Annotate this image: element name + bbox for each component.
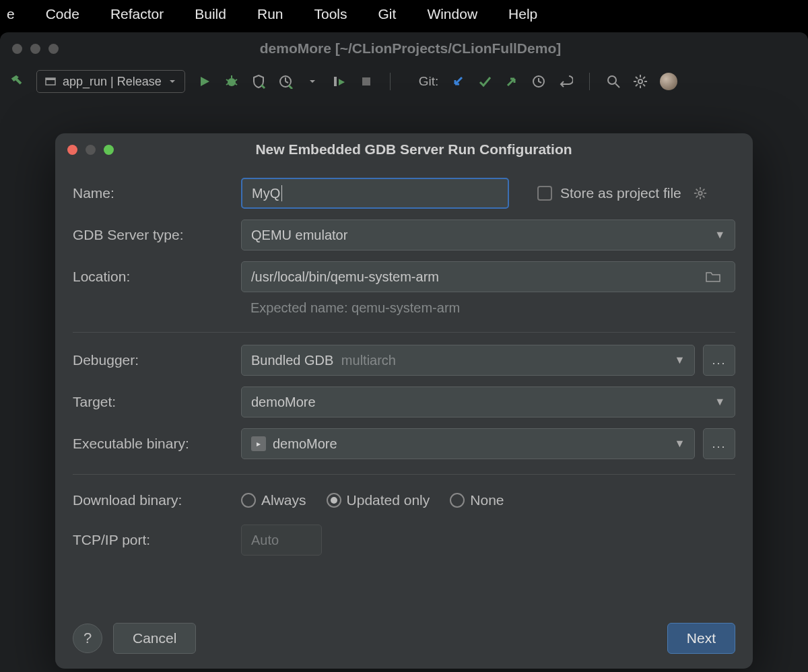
svg-rect-1 xyxy=(46,78,55,80)
executable-binary-label: Executable binary: xyxy=(73,436,241,452)
svg-rect-12 xyxy=(362,77,370,86)
push-icon[interactable] xyxy=(504,74,519,89)
zoom-icon[interactable] xyxy=(48,44,59,54)
gear-icon[interactable] xyxy=(694,187,707,200)
rollback-icon[interactable] xyxy=(558,74,573,89)
gear-icon[interactable] xyxy=(633,74,648,89)
commit-icon[interactable] xyxy=(477,74,492,89)
svg-line-23 xyxy=(636,84,638,86)
gdb-server-type-label: GDB Server type: xyxy=(73,227,241,243)
chevron-down-icon[interactable] xyxy=(305,74,320,89)
avatar[interactable] xyxy=(660,73,677,90)
target-label: Target: xyxy=(73,394,241,410)
radio-none[interactable]: None xyxy=(450,492,504,508)
git-label: Git: xyxy=(419,74,439,89)
svg-line-22 xyxy=(643,84,645,86)
radio-icon xyxy=(450,493,465,508)
menu-item[interactable]: Run xyxy=(257,6,283,22)
svg-line-32 xyxy=(696,196,698,198)
debugger-value: Bundled GDB xyxy=(251,353,333,368)
stop-icon[interactable] xyxy=(359,74,374,89)
gdb-server-type-select[interactable]: QEMU emulator ▼ xyxy=(241,220,735,250)
menu-item[interactable]: Git xyxy=(378,6,397,22)
download-binary-label: Download binary: xyxy=(73,492,241,508)
store-label: Store as project file xyxy=(560,185,681,201)
help-button[interactable]: ? xyxy=(73,624,102,653)
svg-point-2 xyxy=(228,78,236,86)
svg-line-24 xyxy=(643,77,645,79)
dialog-title: New Embedded GDB Server Run Configuratio… xyxy=(114,141,714,158)
menu-item[interactable]: Code xyxy=(46,6,79,22)
minimize-icon xyxy=(86,145,96,155)
update-project-icon[interactable] xyxy=(450,74,465,89)
target-value: demoMore xyxy=(251,395,316,410)
ide-titlebar: demoMore [~/CLionProjects/CLionFullDemo] xyxy=(0,32,808,65)
debugger-more-button[interactable]: ... xyxy=(703,345,735,376)
window-controls xyxy=(12,44,59,54)
minimize-icon[interactable] xyxy=(30,44,40,54)
svg-line-21 xyxy=(636,77,638,79)
build-icon[interactable] xyxy=(9,74,24,89)
menu-item[interactable]: Tools xyxy=(314,6,347,22)
executable-more-button[interactable]: ... xyxy=(703,428,735,459)
dialog-window-controls xyxy=(67,145,114,155)
zoom-icon[interactable] xyxy=(104,145,114,155)
store-as-project-file[interactable]: Store as project file xyxy=(537,185,707,201)
run-config-dialog: New Embedded GDB Server Run Configuratio… xyxy=(55,133,753,669)
radio-label: Updated only xyxy=(347,492,430,508)
debug-icon[interactable] xyxy=(224,74,239,89)
svg-line-31 xyxy=(702,196,704,198)
executable-binary-select[interactable]: ▸ demoMore ▼ xyxy=(241,428,695,459)
radio-updated-only[interactable]: Updated only xyxy=(327,492,430,508)
history-icon[interactable] xyxy=(531,74,546,89)
next-button[interactable]: Next xyxy=(667,623,735,654)
cancel-button[interactable]: Cancel xyxy=(113,623,196,654)
radio-always[interactable]: Always xyxy=(241,492,306,508)
executable-icon: ▸ xyxy=(251,436,266,451)
text-caret xyxy=(281,185,282,201)
location-input[interactable]: /usr/local/bin/qemu-system-arm xyxy=(241,261,735,292)
debugger-label: Debugger: xyxy=(73,352,241,368)
dialog-footer: ? Cancel Next xyxy=(73,623,735,654)
ide-title: demoMore [~/CLionProjects/CLionFullDemo] xyxy=(67,40,754,57)
run-icon[interactable] xyxy=(197,74,212,89)
menu-item[interactable]: Build xyxy=(195,6,226,22)
menu-item[interactable]: e xyxy=(7,6,15,22)
executable-binary-value: demoMore xyxy=(273,436,337,452)
radio-label: Always xyxy=(261,492,306,508)
location-value: /usr/local/bin/qemu-system-arm xyxy=(251,269,439,285)
profile-icon[interactable] xyxy=(278,74,293,89)
close-icon[interactable] xyxy=(67,145,77,155)
name-input[interactable]: MyQ xyxy=(241,178,509,209)
tcp-ip-port-label: TCP/IP port: xyxy=(73,532,241,548)
location-label: Location: xyxy=(73,269,241,285)
svg-rect-11 xyxy=(334,77,337,86)
checkbox-icon[interactable] xyxy=(537,186,552,201)
tcp-ip-port-input[interactable]: Auto xyxy=(241,525,322,556)
chevron-down-icon: ▼ xyxy=(674,438,685,450)
download-binary-radio-group: Always Updated only None xyxy=(241,492,504,508)
svg-line-33 xyxy=(702,189,704,191)
radio-label: None xyxy=(470,492,504,508)
folder-icon[interactable] xyxy=(701,265,725,289)
ide-window: demoMore [~/CLionProjects/CLionFullDemo]… xyxy=(0,32,808,672)
menu-item[interactable]: Refactor xyxy=(110,6,164,22)
debugger-select[interactable]: Bundled GDB multiarch ▼ xyxy=(241,345,695,376)
coverage-icon[interactable] xyxy=(251,74,266,89)
menu-item[interactable]: Help xyxy=(508,6,537,22)
svg-line-6 xyxy=(226,83,228,85)
svg-line-4 xyxy=(226,79,228,81)
target-select[interactable]: demoMore ▼ xyxy=(241,387,735,417)
search-icon[interactable] xyxy=(606,74,621,89)
run-config-label: app_run | Release xyxy=(63,75,162,89)
port-placeholder: Auto xyxy=(251,533,279,548)
svg-line-30 xyxy=(696,189,698,191)
radio-icon xyxy=(241,493,256,508)
name-label: Name: xyxy=(73,185,241,201)
attach-icon[interactable] xyxy=(332,74,347,89)
menu-item[interactable]: Window xyxy=(427,6,477,22)
radio-icon xyxy=(327,493,341,508)
close-icon[interactable] xyxy=(12,44,22,54)
run-config-selector[interactable]: app_run | Release xyxy=(36,70,185,93)
svg-line-7 xyxy=(235,83,237,85)
